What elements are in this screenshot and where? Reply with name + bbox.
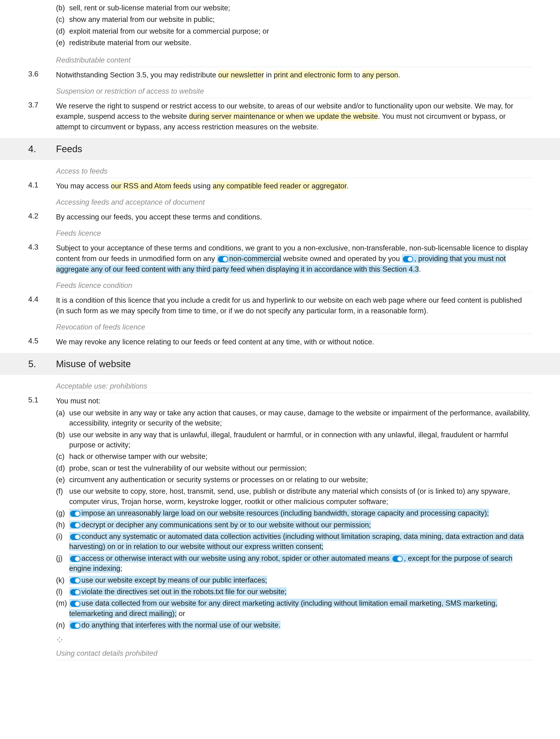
subheading-accessing-accept: Accessing feeds and acceptance of docume… [56, 194, 532, 209]
list-item: (b)use our website in any way that is un… [56, 430, 532, 450]
optional-clause: violate the directives set out in the ro… [69, 587, 287, 596]
clause-5-1: 5.1 You must not: (a)use our website in … [28, 396, 532, 632]
clause-number: 3.7 [28, 101, 56, 133]
optional-clause: decrypt or decipher any communications s… [69, 521, 371, 529]
highlight-editable[interactable]: any compatible feed reader or aggregator [213, 181, 346, 190]
clause-body: Subject to your acceptance of these term… [56, 243, 532, 275]
list-item: (d)probe, scan or test the vulnerability… [56, 463, 532, 473]
clause-number: 3.6 [28, 70, 56, 81]
section-heading-5: 5. Misuse of website [0, 353, 560, 375]
clause-4-2: 4.2 By accessing our feeds, you accept t… [28, 212, 532, 223]
drag-handle-icon[interactable] [56, 636, 63, 643]
clause-3-7: 3.7 We reserve the right to suspend or r… [28, 101, 532, 133]
clause-body: Notwithstanding Section 3.5, you may red… [56, 70, 532, 81]
prohibition-list-3-5: (b)sell, rent or sub-license material fr… [56, 3, 532, 48]
clause-number: 5.1 [28, 396, 56, 632]
list-item: (c)show any material from our website in… [56, 14, 532, 24]
clause-body: We reserve the right to suspend or restr… [56, 101, 532, 133]
list-item: (f)use our website to copy, store, host,… [56, 486, 532, 506]
subheading-redistributable: Redistributable content [56, 52, 532, 67]
highlight-editable[interactable]: during server maintenance or when we upd… [189, 112, 378, 121]
clause-number: 4.4 [28, 295, 56, 316]
list-item: (a)use our website in any way or take an… [56, 408, 532, 428]
optional-clause: conduct any systematic or automated data… [69, 532, 524, 551]
highlight-editable[interactable]: our RSS and Atom feeds [111, 181, 191, 190]
clause-number: 4.1 [28, 181, 56, 191]
list-item: (j)access or otherwise interact with our… [56, 553, 532, 574]
list-item: (c)hack or otherwise tamper with our web… [56, 451, 532, 461]
list-item: (h)decrypt or decipher any communication… [56, 520, 532, 530]
clause-3-5-continued: (b)sell, rent or sub-license material fr… [28, 3, 532, 49]
clause-4-3: 4.3 Subject to your acceptance of these … [28, 243, 532, 275]
clause-4-5: 4.5 We may revoke any licence relating t… [28, 337, 532, 347]
clause-body: You may access our RSS and Atom feeds us… [56, 181, 532, 191]
toggle-icon[interactable] [70, 534, 81, 540]
section-heading-4: 4. Feeds [0, 138, 560, 160]
list-item: (d)exploit material from our website for… [56, 26, 532, 36]
optional-clause: access or otherwise interact with our we… [69, 554, 513, 573]
list-item: (e)redistribute material from our websit… [56, 38, 532, 48]
clause-4-4: 4.4 It is a condition of this licence th… [28, 295, 532, 316]
highlight-editable[interactable]: our newsletter [218, 70, 264, 79]
section-number: 5. [0, 359, 56, 369]
clause-body: By accessing our feeds, you accept these… [56, 212, 532, 223]
toggle-icon[interactable] [218, 256, 228, 262]
optional-clause: non-commercial [217, 254, 281, 263]
section-title: Feeds [56, 144, 82, 154]
toggle-icon[interactable] [393, 556, 403, 562]
toggle-icon[interactable] [70, 601, 81, 607]
list-item: (n)do anything that interferes with the … [56, 620, 532, 630]
list-item: (e)circumvent any authentication or secu… [56, 475, 532, 485]
toggle-icon[interactable] [70, 589, 81, 595]
list-item: (g)impose an unreasonably large load on … [56, 508, 532, 518]
subheading-suspension: Suspension or restriction of access to w… [56, 83, 532, 98]
list-item: (l)violate the directives set out in the… [56, 587, 532, 597]
subheading-feeds-licence: Feeds licence [56, 225, 532, 240]
toggle-icon[interactable] [70, 623, 81, 629]
document-body: (b)sell, rent or sub-license material fr… [0, 3, 560, 672]
clause-4-1: 4.1 You may access our RSS and Atom feed… [28, 181, 532, 191]
subheading-revocation: Revocation of feeds licence [56, 319, 532, 334]
section-number: 4. [0, 144, 56, 154]
subheading-access-feeds: Access to feeds [56, 163, 532, 178]
list-item: (b)sell, rent or sub-license material fr… [56, 3, 532, 13]
list-item: (i)conduct any systematic or automated d… [56, 531, 532, 552]
clause-number: 4.3 [28, 243, 56, 275]
clause-number: 4.2 [28, 212, 56, 223]
list-item: (m)use data collected from our website f… [56, 598, 532, 619]
optional-clause: impose an unreasonably large load on our… [69, 509, 489, 518]
clause-number: 4.5 [28, 337, 56, 347]
clause-body: It is a condition of this licence that y… [56, 295, 532, 316]
toggle-icon[interactable] [70, 577, 81, 584]
subheading-acceptable-use: Acceptable use: prohibitions [56, 378, 532, 393]
prohibition-list-5-1: (a)use our website in any way or take an… [56, 408, 532, 630]
list-item: (k)use our website except by means of ou… [56, 575, 532, 585]
section-title: Misuse of website [56, 359, 131, 369]
toggle-icon[interactable] [70, 510, 81, 517]
toggle-icon[interactable] [70, 556, 81, 562]
optional-clause: do anything that interferes with the nor… [69, 621, 280, 629]
subheading-contact-prohibited: Using contact details prohibited [56, 645, 532, 660]
optional-clause: use data collected from our website for … [69, 599, 498, 618]
clause-intro: You must not: [56, 396, 532, 407]
optional-clause: use our website except by means of our p… [69, 576, 267, 584]
toggle-icon[interactable] [70, 522, 81, 528]
toggle-icon[interactable] [403, 256, 413, 262]
clause-3-6: 3.6 Notwithstanding Section 3.5, you may… [28, 70, 532, 81]
subheading-feeds-licence-condition: Feeds licence condition [56, 278, 532, 292]
highlight-editable[interactable]: any person [362, 70, 398, 79]
clause-body: We may revoke any licence relating to ou… [56, 337, 532, 347]
highlight-editable[interactable]: print and electronic form [274, 70, 352, 79]
